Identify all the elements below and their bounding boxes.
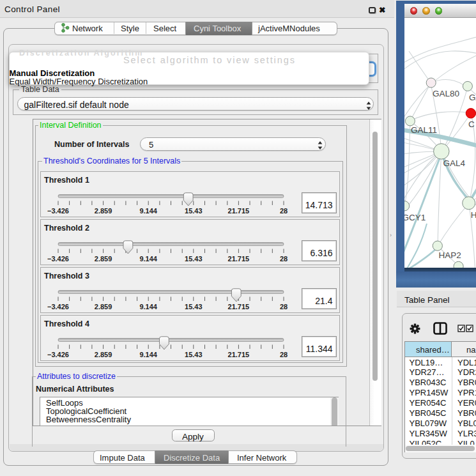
svg-text:GAL80: GAL80 (433, 89, 459, 98)
svg-text:GA: GA (469, 93, 476, 102)
svg-text:HAP2: HAP2 (439, 250, 461, 260)
svg-text:GAL4: GAL4 (443, 158, 466, 168)
svg-text:C: C (468, 119, 475, 129)
svg-text:H: H (471, 210, 476, 220)
svg-text:GCY1: GCY1 (404, 213, 426, 222)
svg-text:GAL11: GAL11 (411, 125, 437, 135)
